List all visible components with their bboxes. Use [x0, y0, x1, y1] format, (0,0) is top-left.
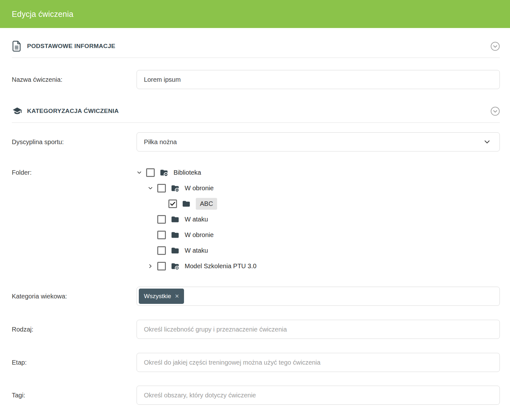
- tree-row: W obronie: [137, 180, 500, 196]
- tree-row: W ataku: [137, 243, 500, 258]
- tags-input[interactable]: [137, 386, 500, 405]
- folder-tree: Biblioteka: [137, 165, 500, 274]
- section-categorization: KATEGORYZACJA ĆWICZENIA: [12, 104, 500, 118]
- tree-row: Biblioteka: [137, 165, 500, 180]
- expand-icon[interactable]: [148, 248, 157, 254]
- page-title: Edycja ćwiczenia: [12, 10, 74, 19]
- folder-minus-icon: [159, 168, 169, 177]
- field-row-kind: Rodzaj:: [12, 320, 500, 339]
- tree-item-label[interactable]: W obronie: [185, 185, 214, 192]
- tree-row: Model Szkolenia PTU 3.0: [137, 258, 500, 274]
- tree-row: W ataku: [137, 212, 500, 227]
- folder-icon: [170, 184, 180, 192]
- chevron-down-icon: [484, 138, 491, 145]
- section-categorization-title: KATEGORYZACJA ĆWICZENIA: [27, 108, 119, 115]
- tree-row: W obronie: [137, 227, 500, 243]
- section-divider: [12, 58, 500, 58]
- folder-checkbox[interactable]: [157, 246, 166, 255]
- stage-label: Etap:: [12, 359, 137, 366]
- folder-plus-icon: [170, 262, 180, 270]
- section-basic-info-title: PODSTAWOWE INFORMACJE: [27, 43, 115, 50]
- tree-row: ABC: [137, 196, 500, 212]
- field-row-folder: Folder:: [12, 165, 500, 274]
- chip-remove-icon[interactable]: ×: [175, 293, 179, 300]
- folder-checkbox[interactable]: [157, 215, 166, 224]
- section-basic-info: PODSTAWOWE INFORMACJE: [12, 39, 500, 53]
- folder-checkbox[interactable]: [157, 262, 166, 270]
- age-category-chip: Wszystkie ×: [139, 289, 184, 304]
- expand-icon[interactable]: [137, 170, 146, 176]
- folder-checkbox[interactable]: [157, 231, 166, 239]
- field-row-tags: Tagi:: [12, 386, 500, 405]
- tree-item-label[interactable]: ABC: [196, 198, 217, 210]
- document-icon: [12, 40, 23, 52]
- folder-icon: [170, 215, 180, 224]
- folder-checkbox[interactable]: [157, 184, 166, 192]
- tree-item-label[interactable]: Model Szkolenia PTU 3.0: [185, 262, 257, 270]
- folder-icon: [181, 200, 191, 208]
- collapse-section-basic-button[interactable]: [491, 42, 500, 51]
- folder-minus-icon: [170, 184, 180, 192]
- folder-icon: [181, 200, 191, 208]
- tags-label: Tagi:: [12, 392, 137, 399]
- age-category-label: Kategoria wiekowa:: [12, 293, 137, 300]
- discipline-selected-value: Piłka nożna: [144, 138, 484, 146]
- field-row-discipline: Dyscyplina sportu: Piłka nożna: [12, 132, 500, 151]
- expand-icon[interactable]: [148, 232, 157, 238]
- folder-icon: [170, 215, 180, 224]
- folder-icon: [170, 231, 180, 239]
- discipline-label: Dyscyplina sportu:: [12, 138, 137, 146]
- expand-icon[interactable]: [148, 216, 157, 223]
- field-row-name: Nazwa ćwiczenia:: [12, 70, 500, 89]
- folder-checkbox[interactable]: [146, 168, 155, 177]
- checkmark-icon: [170, 201, 176, 207]
- graduation-cap-icon: [12, 106, 23, 116]
- edit-exercise-form: PODSTAWOWE INFORMACJE Nazwa ćwiczenia: K…: [0, 28, 510, 417]
- expand-icon[interactable]: [148, 263, 157, 270]
- chevron-down-circle-icon: [491, 107, 500, 116]
- page-header: Edycja ćwiczenia: [0, 0, 510, 28]
- expand-icon[interactable]: [159, 201, 168, 207]
- folder-label: Folder:: [12, 165, 137, 180]
- tree-item-label[interactable]: W ataku: [185, 247, 208, 254]
- exercise-name-input[interactable]: [137, 70, 500, 89]
- kind-label: Rodzaj:: [12, 326, 137, 333]
- collapse-section-categorization-button[interactable]: [491, 107, 500, 116]
- tree-item-label[interactable]: Biblioteka: [174, 169, 201, 176]
- expand-icon[interactable]: [148, 185, 157, 192]
- tree-item-label[interactable]: W ataku: [185, 216, 208, 223]
- chevron-down-circle-icon: [491, 42, 500, 51]
- folder-checkbox[interactable]: [168, 200, 177, 208]
- folder-icon: [170, 246, 180, 255]
- folder-icon: [170, 262, 180, 270]
- field-row-stage: Etap:: [12, 353, 500, 372]
- tree-item-label[interactable]: W obronie: [185, 231, 214, 239]
- folder-icon: [159, 168, 169, 177]
- name-label: Nazwa ćwiczenia:: [12, 76, 137, 83]
- folder-icon: [170, 231, 180, 239]
- discipline-select[interactable]: Piłka nożna: [137, 132, 500, 151]
- age-category-chip-label: Wszystkie: [144, 293, 171, 300]
- folder-icon: [170, 246, 180, 255]
- field-row-age-category: Kategoria wiekowa: Wszystkie ×: [12, 287, 500, 306]
- kind-input[interactable]: [137, 320, 500, 339]
- age-category-multiselect[interactable]: Wszystkie ×: [137, 287, 500, 306]
- stage-input[interactable]: [137, 353, 500, 372]
- section-divider: [12, 122, 500, 123]
